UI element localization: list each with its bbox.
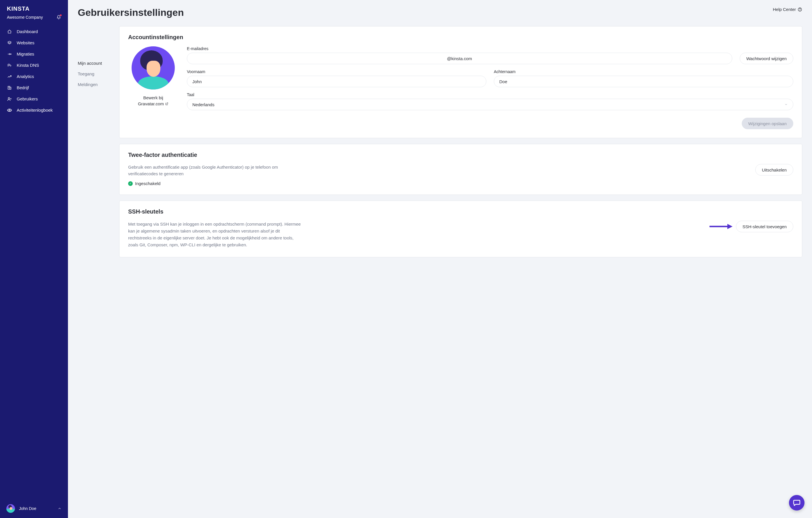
- svg-point-10: [9, 109, 10, 111]
- help-icon: [798, 7, 802, 12]
- svg-text:KINSTA: KINSTA: [7, 6, 30, 12]
- sidebar-user[interactable]: John Doe: [6, 504, 36, 513]
- save-button: Wijzigingen opslaan: [742, 118, 793, 129]
- change-password-button[interactable]: Wachtwoord wijzigen: [740, 53, 793, 64]
- check-circle-icon: ✓: [128, 181, 133, 186]
- sidebar-item-label: Bedrijf: [17, 85, 29, 90]
- main: Gebruikersinstellingen Help Center Mijn …: [68, 0, 812, 518]
- chat-icon: [793, 499, 801, 507]
- notification-dot: [60, 14, 62, 16]
- sidebar-item-migraties[interactable]: Migraties: [3, 49, 65, 59]
- company-icon: [7, 86, 12, 90]
- gravatar-line1: Bewerk bij: [138, 95, 169, 101]
- analytics-icon: [7, 74, 12, 79]
- last-name-field[interactable]: [494, 76, 793, 87]
- gravatar-link[interactable]: Bewerk bij Gravatar.com: [138, 95, 169, 107]
- language-label: Taal: [187, 92, 793, 97]
- svg-point-12: [800, 10, 800, 10]
- arrow-right-icon: [709, 223, 732, 230]
- sidebar-user-name: John Doe: [19, 506, 36, 511]
- email-label: E-mailadres: [187, 46, 732, 51]
- account-settings-card: Accountinstellingen Bewerk bij Gravatar.…: [119, 26, 802, 138]
- svg-point-7: [8, 97, 9, 99]
- home-icon: [7, 29, 12, 34]
- email-field[interactable]: [187, 53, 732, 64]
- external-link-icon: [165, 101, 169, 106]
- account-heading: Accountinstellingen: [128, 34, 793, 40]
- sidebar-item-label: Gebruikers: [17, 96, 38, 101]
- sidebar-item-bedrijf[interactable]: Bedrijf: [3, 83, 65, 93]
- two-factor-description: Gebruik een authentificatie app (zoals G…: [128, 164, 301, 177]
- migrate-icon: [7, 52, 12, 56]
- gravatar-line2: Gravatar.com: [138, 101, 164, 106]
- company-name: Awesome Company: [7, 15, 43, 20]
- brand-logo[interactable]: KINSTA: [7, 6, 61, 12]
- sidebar-item-dashboard[interactable]: Dashboard: [3, 27, 65, 36]
- chat-fab[interactable]: [789, 495, 805, 511]
- sidebar-item-label: Analytics: [17, 74, 34, 79]
- two-factor-heading: Twee-factor authenticatie: [128, 152, 793, 158]
- sidebar-item-websites[interactable]: Websites: [3, 38, 65, 48]
- sidebar: KINSTA Awesome Company DashboardWebsites…: [0, 0, 68, 518]
- last-name-label: Achternaam: [494, 69, 793, 74]
- first-name-label: Voornaam: [187, 69, 486, 74]
- avatar: [132, 46, 175, 90]
- sidebar-avatar: [6, 504, 15, 513]
- sidebar-item-gebruikers[interactable]: Gebruikers: [3, 94, 65, 104]
- page-title: Gebruikersinstellingen: [78, 7, 184, 18]
- subnav-item-meldingen[interactable]: Meldingen: [78, 79, 119, 90]
- two-factor-status: Ingeschakeld: [135, 181, 161, 186]
- notifications-bell-icon[interactable]: [56, 15, 61, 20]
- two-factor-card: Twee-factor authenticatie Gebruik een au…: [119, 144, 802, 195]
- language-value: Nederlands: [192, 102, 214, 107]
- layers-icon: [7, 40, 12, 45]
- ssh-heading: SSH-sleutels: [128, 208, 793, 215]
- first-name-field[interactable]: [187, 76, 486, 87]
- sidebar-item-label: Dashboard: [17, 29, 38, 34]
- help-center-label: Help Center: [773, 7, 796, 12]
- sidebar-item-label: Activiteitenlogboek: [17, 108, 53, 113]
- svg-rect-4: [10, 87, 11, 89]
- help-center-link[interactable]: Help Center: [773, 7, 802, 12]
- sidebar-item-label: Migraties: [17, 52, 34, 56]
- two-factor-disable-button[interactable]: Uitschakelen: [755, 164, 793, 176]
- subnav: Mijn accountToegangMeldingen: [78, 26, 119, 257]
- sidebar-item-analytics[interactable]: Analytics: [3, 71, 65, 82]
- sidebar-items: DashboardWebsitesMigratiesKinsta DNSAnal…: [0, 21, 68, 499]
- svg-marker-1: [8, 41, 11, 43]
- ssh-description: Met toegang via SSH kan je inloggen in e…: [128, 221, 301, 248]
- dns-icon: [7, 63, 12, 68]
- subnav-item-toegang[interactable]: Toegang: [78, 68, 119, 79]
- svg-point-2: [10, 54, 11, 54]
- ssh-keys-card: SSH-sleutels Met toegang via SSH kan je …: [119, 201, 802, 257]
- language-select[interactable]: Nederlands: [187, 99, 793, 110]
- add-ssh-key-button[interactable]: SSH-sleutel toevoegen: [736, 221, 793, 232]
- chevron-down-icon: [784, 103, 788, 106]
- svg-marker-14: [727, 224, 732, 229]
- sidebar-item-label: Kinsta DNS: [17, 63, 39, 68]
- chevron-up-icon[interactable]: [58, 507, 62, 511]
- activity-icon: [7, 109, 12, 112]
- sidebar-item-activiteitenlogboek[interactable]: Activiteitenlogboek: [3, 105, 65, 115]
- subnav-item-mijn-account[interactable]: Mijn account: [78, 58, 119, 68]
- users-icon: [7, 97, 12, 101]
- sidebar-item-kinsta dns[interactable]: Kinsta DNS: [3, 60, 65, 70]
- sidebar-item-label: Websites: [17, 40, 34, 45]
